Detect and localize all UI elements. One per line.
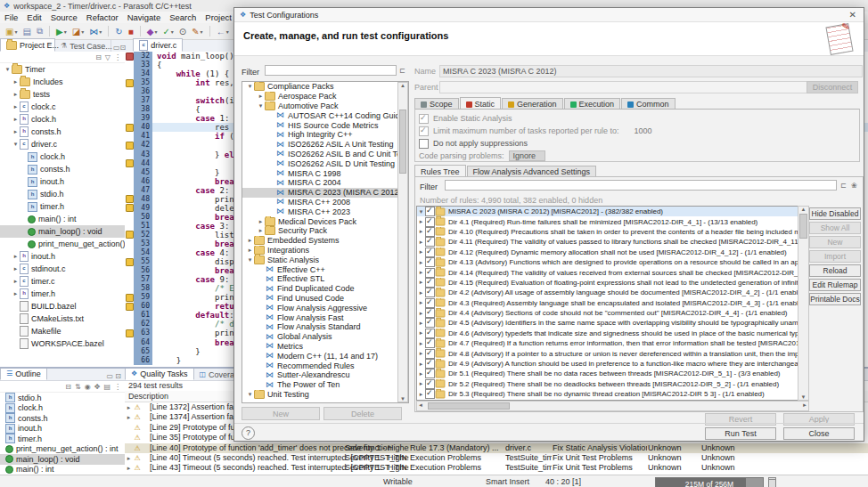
tree-item-build-bazel[interactable]: BUILD.bazel: [0, 300, 125, 312]
rule-item[interactable]: ▸Dir 4.5 (Advisory) Identifiers in the s…: [417, 318, 798, 328]
tree-item-makefile[interactable]: Makefile: [0, 325, 125, 337]
rule-checkbox[interactable]: [425, 248, 435, 257]
tree-item-consts-h[interactable]: ▸hconsts.h: [0, 126, 125, 138]
printable-docs-button[interactable]: Printable Docs: [809, 293, 861, 305]
expander-icon[interactable]: ▾: [246, 83, 254, 90]
expander-icon[interactable]: ▸: [417, 340, 425, 347]
stop-icon[interactable]: ■: [127, 25, 135, 37]
expander-icon[interactable]: ▸: [12, 103, 20, 110]
run-test-button[interactable]: Run Test: [705, 427, 776, 440]
expander-icon[interactable]: ▸: [417, 380, 425, 387]
outline-item-main-loop-void[interactable]: main_loop() : void: [0, 454, 125, 465]
hide-fields-icon[interactable]: ◉: [85, 383, 91, 391]
expander-icon[interactable]: ▸: [417, 279, 425, 286]
expander-icon[interactable]: ▸: [125, 412, 133, 422]
marker-gutter[interactable]: [125, 69, 134, 78]
rule-checkbox[interactable]: [425, 257, 435, 267]
expander-icon[interactable]: ▾: [12, 141, 20, 148]
menu-project[interactable]: Project: [201, 12, 236, 22]
parse-problems-dropdown[interactable]: Ignore: [509, 150, 546, 161]
outline-item-stdio-h[interactable]: hstdio.h: [0, 393, 125, 403]
config-item-compliance-packs[interactable]: ▾Compliance Packs: [242, 82, 408, 92]
tree-item-timer-h[interactable]: htimer.h: [0, 200, 125, 213]
expander-icon[interactable]: ▸: [417, 370, 425, 377]
marker-gutter[interactable]: [125, 141, 134, 150]
config-item-medical-devices-pack[interactable]: ▸Medical Devices Pack: [242, 216, 408, 226]
marker-gutter[interactable]: [125, 356, 134, 365]
view-menu-icon[interactable]: ⋮: [114, 53, 121, 61]
import-button[interactable]: Import: [809, 250, 861, 263]
config-item-iso26262-asil-a-unit-testing[interactable]: ⋈ISO26262 ASIL A Unit Testing: [242, 140, 408, 150]
tree-item-timer-c[interactable]: ▸ctimer.c: [0, 275, 125, 288]
config-item-static-analysis[interactable]: ▾Static Analysis: [242, 255, 408, 264]
menu-file[interactable]: File: [0, 12, 22, 22]
new-button[interactable]: New: [809, 236, 861, 248]
hide-disabled-button[interactable]: Hide Disabled: [809, 207, 861, 220]
tree-item-includes[interactable]: ▸Includes: [0, 76, 125, 88]
marker-gutter[interactable]: [125, 231, 134, 239]
expander-icon[interactable]: ▸: [125, 453, 133, 463]
expander-icon[interactable]: ▸: [12, 116, 20, 123]
expander-icon[interactable]: ▾: [246, 391, 254, 398]
task-marker-icon[interactable]: [126, 79, 134, 87]
config-filter-input[interactable]: [265, 65, 397, 76]
tree-item-workspace-bazel[interactable]: WORKSPACE.bazel: [0, 337, 125, 350]
task-marker-icon[interactable]: [126, 195, 134, 203]
config-item-autosar-c-14-coding-guidelines[interactable]: ⋈AUTOSAR C++14 Coding Guidelines: [242, 110, 408, 120]
rule-item[interactable]: ▸Dir 4.8 (Advisory) If a pointer to a st…: [417, 348, 798, 358]
config-item-aerospace-pack[interactable]: ▸Aerospace Pack: [242, 92, 408, 101]
config-item-his-source-code-metrics[interactable]: ⋈HIS Source Code Metrics: [242, 120, 408, 130]
task-marker-icon[interactable]: [126, 159, 134, 167]
tree-item-print-menu-get-action-int[interactable]: print_menu_get_action() : int: [0, 238, 125, 250]
rule-checkbox[interactable]: [425, 379, 435, 389]
task-marker-icon[interactable]: [126, 294, 134, 302]
marker-gutter[interactable]: [125, 266, 134, 275]
close-icon[interactable]: ✕: [849, 10, 856, 20]
marker-gutter[interactable]: [125, 222, 134, 231]
expander-icon[interactable]: ▾: [4, 66, 12, 73]
expander-icon[interactable]: ▸: [417, 218, 425, 225]
clear-filter-icon[interactable]: ⊏: [399, 67, 405, 75]
outline-item-print-menu-get-action-int[interactable]: print_menu_get_action() : int: [0, 444, 125, 455]
expander-icon[interactable]: ▸: [125, 402, 133, 412]
no-suppressions-checkbox[interactable]: [419, 139, 429, 149]
rule-item[interactable]: ▸Dir 4.3 (Required) Assembly language sh…: [417, 298, 798, 308]
config-item-find-unused-code[interactable]: ⋈Find Unused Code: [242, 294, 408, 304]
config-item-embedded-systems[interactable]: ▸Embedded Systems: [242, 236, 408, 246]
marker-gutter[interactable]: [125, 239, 134, 248]
edit-rulemap-button[interactable]: Edit Rulemap: [809, 279, 861, 291]
filter-options-icon[interactable]: ❀: [851, 182, 857, 190]
config-item-sutter-alexandrescu[interactable]: ⋈Sutter-Alexandrescu: [242, 370, 408, 380]
view-menu-icon[interactable]: ⋮: [114, 383, 121, 391]
rules-vscrollbar[interactable]: ▲▼: [798, 206, 809, 401]
config-item-iso26262-asil-b-and-c-unit-testing[interactable]: ⋈ISO26262 ASIL B and C Unit Testing: [242, 150, 408, 159]
expander-icon[interactable]: ▸: [417, 259, 425, 266]
marker-gutter[interactable]: [125, 257, 134, 266]
rule-item[interactable]: ▸Dir 5.2 (Required) There shall be no de…: [417, 379, 798, 389]
config-item-security-pack[interactable]: ▸Security Pack: [242, 226, 408, 236]
task-row[interactable]: ▸⚠[Line 43] Timeout (5 seconds) reached.…: [125, 463, 868, 473]
rule-item[interactable]: ▸Dir 4.6 (Advisory) typedefs that indica…: [417, 329, 798, 338]
config-item-integrations[interactable]: ▸Integrations: [242, 246, 408, 256]
run-icon[interactable]: ▶▾: [54, 25, 69, 37]
marker-gutter[interactable]: [125, 105, 134, 114]
outline-item-clock-h[interactable]: hclock.h: [0, 403, 125, 414]
tab-outline[interactable]: ☰ Outline: [0, 367, 47, 380]
clear-rules-filter-icon[interactable]: ⊏: [840, 182, 847, 190]
heap-status[interactable]: 215M of 256M: [655, 477, 764, 487]
menu-source[interactable]: Source: [46, 12, 82, 22]
expander-icon[interactable]: ▾: [417, 208, 425, 215]
back-icon[interactable]: ←▾: [215, 25, 231, 37]
expander-icon[interactable]: ▸: [417, 320, 425, 327]
marker-gutter[interactable]: [125, 311, 134, 320]
expander-icon[interactable]: ▸: [417, 361, 425, 368]
rule-item[interactable]: ▸Dir 4.15 (Required) Evaluation of float…: [417, 278, 798, 288]
enable-static-analysis-checkbox[interactable]: [419, 114, 429, 124]
marker-gutter[interactable]: [125, 52, 134, 61]
marker-gutter[interactable]: [125, 96, 134, 105]
new-wizard-icon[interactable]: ▣▾: [4, 25, 19, 37]
config-item-misra-c-1998[interactable]: ⋈MISRA C 1998: [242, 168, 408, 178]
rule-item[interactable]: ▸Dir 4.12 (Required) Dynamic memory allo…: [417, 248, 798, 257]
task-row[interactable]: ▸⚠[Line 40] Timeout (5 seconds) reached.…: [125, 453, 868, 463]
config-item-misra-c-2004[interactable]: ⋈MISRA C 2004: [242, 178, 408, 188]
